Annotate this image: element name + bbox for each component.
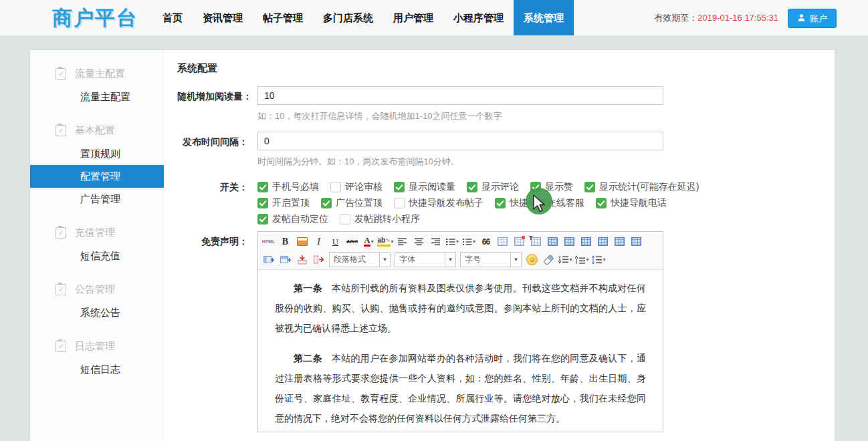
checkbox-checked-icon[interactable] [596,198,607,208]
insert-column-left-button[interactable] [261,253,276,267]
remove-format-button[interactable] [541,253,556,267]
sidebar: 流量主配置流量主配置基本配置置顶规则配置管理广告管理充值管理短信充值公告管理系统… [30,50,164,441]
nav-item[interactable]: 资讯管理 [193,0,253,35]
strikethrough-button[interactable]: ABC [344,235,360,249]
font-color-button[interactable]: A▾ [361,235,376,249]
sidebar-item[interactable]: 短信日志 [30,358,164,381]
switch[interactable]: 显示统计(可能存在延迟) [584,181,699,193]
switch[interactable]: 快捷导航发布帖子 [394,197,483,209]
checkbox-unchecked-icon[interactable] [394,198,405,208]
insert-row-below-button[interactable] [595,235,611,249]
underline-button[interactable]: U [328,235,343,249]
merge-cells-button[interactable] [545,235,560,249]
checkbox-checked-icon[interactable] [495,198,506,208]
italic-button[interactable]: I [311,235,326,249]
form-field-control [257,132,663,152]
main-content: 系统配置 随机增加阅读量：如：10，每次打开信息详情，会随机增加1-10之间任意… [164,50,835,441]
html-source-button[interactable]: HTML [261,235,276,249]
switch[interactable]: 广告位置顶 [321,197,383,209]
nav-item[interactable]: 用户管理 [383,0,443,35]
sidebar-item[interactable]: 流量主配置 [30,86,164,108]
sidebar-group-header[interactable]: 日志管理 [30,334,164,358]
insert-column-right-button[interactable] [278,253,293,267]
clipboard-check-icon [56,284,66,295]
mouse-cursor [532,194,546,216]
switch[interactable]: 手机号必填 [257,181,319,193]
switch-label: 快捷导航电话 [611,197,667,209]
sidebar-group-header[interactable]: 基本配置 [30,118,164,142]
line-height-button[interactable]: ▾ [558,253,573,267]
switch[interactable]: 开启置顶 [257,197,310,209]
emoticons-button[interactable]: ☺ [524,253,540,267]
nav-item[interactable]: 系统管理 [514,0,574,35]
switch-label: 发帖跳转小程序 [354,213,420,225]
sidebar-group-header[interactable]: 公告管理 [30,277,164,301]
checkbox-checked-icon[interactable] [584,182,595,192]
editor-content[interactable]: 第一条 本站所刊载的所有资料及图表仅供参考使用。刊载这些文档并不构成对任何股份的… [258,270,663,432]
insert-image-button[interactable] [294,235,310,249]
switches-row: 开关： 手机号必填评论审核显示阅读量显示评论显示赞显示统计(可能存在延迟)开启置… [177,177,821,227]
switch-rows: 手机号必填评论审核显示阅读量显示评论显示赞显示统计(可能存在延迟)开启置顶广告位… [257,177,663,227]
checkbox-checked-icon[interactable] [321,198,332,208]
switch[interactable]: 显示评论 [467,181,519,193]
sidebar-group: 基本配置置顶规则配置管理广告管理 [30,118,164,210]
checkbox-unchecked-icon[interactable] [330,182,341,192]
sidebar-group-header[interactable]: 流量主配置 [30,61,164,86]
switch[interactable]: 发帖自动定位 [257,213,328,225]
list-spacing-button[interactable]: ▾ [591,253,607,267]
highlight-color-button[interactable]: ab✎▾ [378,235,393,249]
align-right-button[interactable] [428,235,443,249]
disclaimer-label: 免责声明： [177,231,257,432]
sidebar-item[interactable]: 系统公告 [30,301,164,324]
switch[interactable]: 发帖跳转小程序 [340,213,420,225]
sidebar-item[interactable]: 广告管理 [30,188,164,210]
editor-toolbar-row-2: 段落格式▾字体▾字号▾☺▾▾▾ [260,251,661,269]
paragraph-format-select-label: 段落格式 [330,253,379,267]
sidebar-group-header[interactable]: 充值管理 [30,220,164,245]
checkbox-checked-icon[interactable] [394,182,405,192]
account-button[interactable]: 账户 [788,9,837,28]
paragraph-format-select[interactable]: 段落格式▾ [329,252,391,267]
sidebar-item[interactable]: 短信充值 [30,245,164,267]
font-family-select[interactable]: 字体▾ [395,252,456,267]
insert-table-button[interactable] [495,235,510,249]
page-title: 系统配置 [177,62,821,75]
select-table-button[interactable] [612,235,627,249]
checkbox-checked-icon[interactable] [257,198,268,208]
unordered-list-button[interactable]: ▾ [445,235,460,249]
insert-row-above-button[interactable] [578,235,594,249]
ordered-list-button[interactable]: ▾ [461,235,477,249]
checkbox-checked-icon[interactable] [257,182,268,192]
paragraph-spacing-button[interactable]: ▾ [574,253,590,267]
switch[interactable]: 评论审核 [330,181,383,193]
sidebar-group-title: 充值管理 [75,220,115,245]
switch-label: 快捷导航发布帖子 [409,197,483,209]
sidebar-item[interactable]: 配置管理 [30,165,164,188]
split-cells-button[interactable] [562,235,577,249]
nav-item[interactable]: 帖子管理 [253,0,313,35]
checkbox-checked-icon[interactable] [257,214,268,225]
nav-item[interactable]: 小程序管理 [443,0,514,35]
delete-column-button[interactable] [311,253,326,267]
delete-table-button[interactable] [629,235,644,249]
checkbox-checked-icon[interactable] [467,182,477,192]
form-fields: 随机增加阅读量：如：10，每次打开信息详情，会随机增加1-10之间任意一个数字发… [177,86,821,168]
bold-button[interactable]: B [278,235,293,249]
delete-row-button[interactable] [294,253,310,267]
align-center-button[interactable] [411,235,427,249]
font-size-select[interactable]: 字号▾ [460,252,522,267]
blockquote-button[interactable]: 66 [478,235,494,249]
sidebar-item[interactable]: 置顶规则 [30,142,164,165]
random-read-increase-input[interactable] [257,86,663,105]
checkbox-unchecked-icon[interactable] [340,214,350,225]
cell-properties-button[interactable] [512,235,527,249]
table-properties-button[interactable] [528,235,544,249]
sidebar-group-title: 日志管理 [75,334,115,358]
publish-interval-input[interactable] [257,132,663,150]
switch[interactable]: 快捷导航电话 [596,197,667,209]
align-left-button[interactable] [395,235,410,249]
clipboard-check-icon [56,341,66,352]
nav-item[interactable]: 多门店系统 [313,0,383,35]
nav-item[interactable]: 首页 [152,0,193,35]
switch[interactable]: 显示阅读量 [394,181,455,193]
